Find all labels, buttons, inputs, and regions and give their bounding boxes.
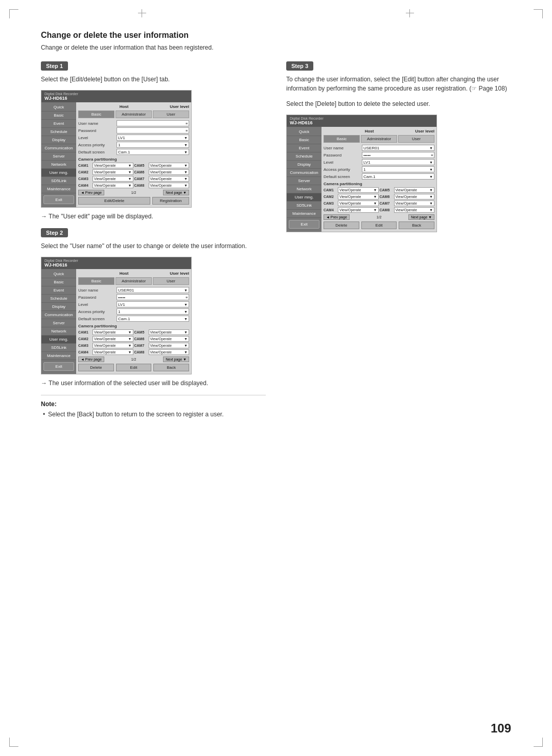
edit-btn-step3[interactable]: Edit (361, 221, 397, 229)
back-btn-step3[interactable]: Back (399, 221, 434, 229)
menu-event-s2[interactable]: Event (41, 286, 76, 295)
menu-communication-s3[interactable]: Communication (287, 169, 321, 177)
menu-usermng-s3[interactable]: User mng. (287, 193, 321, 202)
menu-sd5link-s3[interactable]: SD5Link (287, 202, 321, 210)
cam3-select[interactable]: View/Operate▼ (93, 176, 133, 182)
menu-maintenance-s2[interactable]: Maintenance (41, 352, 76, 360)
cam4-select[interactable]: View/Operate▼ (93, 183, 133, 188)
menu-server-s3[interactable]: Server (287, 177, 321, 185)
menu-display[interactable]: Display (41, 136, 76, 144)
cam5-select[interactable]: View/Operate▼ (149, 163, 190, 168)
edit-delete-btn[interactable]: Edit/Delete (78, 197, 150, 205)
registration-btn[interactable]: Registration (152, 197, 189, 205)
tab-admin-s2[interactable]: Administrator (116, 277, 152, 285)
prev-btn-step2[interactable]: ◄ Prev page (78, 357, 104, 362)
form-username-input[interactable]: ≡ (117, 120, 189, 126)
menu-quick[interactable]: Quick (41, 103, 76, 112)
tab-basic-s3[interactable]: Basic (324, 135, 360, 143)
menu-server[interactable]: Server (41, 152, 76, 161)
menu-event[interactable]: Event (41, 120, 76, 128)
prev-btn-step3[interactable]: ◄ Prev page (324, 214, 350, 220)
menu-basic-s3[interactable]: Basic (287, 136, 321, 144)
form-password-input[interactable]: ≡ (117, 127, 189, 134)
prev-btn-step1[interactable]: ◄ Prev page (78, 190, 104, 195)
menu-network-s3[interactable]: Network (287, 185, 321, 193)
cam4-select-s2[interactable]: View/Operate▼ (93, 349, 133, 355)
menu-network-s2[interactable]: Network (41, 327, 76, 336)
recorder-header-step1: Digital Disk Recorder WJ-HD616 (41, 91, 191, 102)
cam1-select-s2[interactable]: View/Operate▼ (93, 329, 133, 335)
menu-schedule-s2[interactable]: Schedule (41, 295, 76, 303)
menu-quick-s3[interactable]: Quick (287, 128, 321, 136)
form-username-select-s3[interactable]: USER01▼ (362, 145, 434, 151)
menu-maintenance[interactable]: Maintenance (41, 185, 76, 193)
form-default-select-s2[interactable]: Cam.1▼ (117, 316, 189, 322)
cam3-select-s3[interactable]: View/Operate▼ (338, 201, 379, 206)
tab-user-s3[interactable]: User (398, 135, 434, 143)
menu-exit-s2[interactable]: Exit (43, 362, 74, 371)
menu-schedule-s3[interactable]: Schedule (287, 152, 321, 161)
cam2-row: CAM2 View/Operate▼ (78, 169, 133, 175)
delete-btn-step2[interactable]: Delete (78, 364, 114, 371)
cam7-select-s2[interactable]: View/Operate▼ (149, 343, 190, 348)
edit-btn-step2[interactable]: Edit (116, 364, 152, 371)
cam6-select-s3[interactable]: View/Operate▼ (394, 194, 435, 199)
cam4-select-s3[interactable]: View/Operate▼ (338, 207, 379, 213)
delete-btn-step3[interactable]: Delete (324, 221, 359, 229)
cam5-select-s3[interactable]: View/Operate▼ (394, 187, 435, 193)
tab-admin-s3[interactable]: Administrator (361, 135, 397, 143)
menu-display-s2[interactable]: Display (41, 303, 76, 311)
cam8-select-s2[interactable]: View/Operate▼ (149, 349, 190, 355)
next-btn-step1[interactable]: Next page ▼ (163, 190, 189, 195)
cam2-select-s2[interactable]: View/Operate▼ (93, 336, 133, 342)
menu-exit-s3[interactable]: Exit (289, 220, 319, 229)
next-btn-step2[interactable]: Next page ▼ (163, 357, 189, 362)
menu-basic-s2[interactable]: Basic (41, 278, 76, 286)
tab-administrator[interactable]: Administrator (116, 110, 152, 118)
cam2-select-s3[interactable]: View/Operate▼ (338, 194, 379, 199)
cam6-select[interactable]: View/Operate▼ (149, 169, 190, 175)
menu-event-s3[interactable]: Event (287, 144, 321, 152)
cam7-select[interactable]: View/Operate▼ (149, 176, 190, 182)
form-default-select[interactable]: Cam.1▼ (117, 149, 189, 155)
form-level-select[interactable]: LV1▼ (117, 135, 189, 141)
tab-user[interactable]: User (153, 110, 189, 118)
cam8-select-s3[interactable]: View/Operate▼ (394, 207, 435, 213)
menu-exit[interactable]: Exit (43, 195, 74, 204)
back-btn-step2[interactable]: Back (153, 364, 189, 371)
cam5-select-s2[interactable]: View/Operate▼ (149, 329, 190, 335)
menu-display-s3[interactable]: Display (287, 161, 321, 169)
cam7-select-s3[interactable]: View/Operate▼ (394, 201, 435, 206)
form-password-input-s2[interactable]: •••••≡ (117, 294, 189, 300)
cam1-select[interactable]: View/Operate▼ (93, 163, 133, 168)
cam2-select[interactable]: View/Operate▼ (93, 169, 133, 175)
menu-server-s2[interactable]: Server (41, 319, 76, 327)
menu-schedule[interactable]: Schedule (41, 128, 76, 136)
cam8-select[interactable]: View/Operate▼ (149, 183, 190, 188)
next-btn-step3[interactable]: Next page ▼ (408, 214, 434, 220)
menu-sd5link-s2[interactable]: SD5Link (41, 344, 76, 352)
menu-communication[interactable]: Communication (41, 144, 76, 152)
tab-basic-s2[interactable]: Basic (78, 277, 114, 285)
tab-basic[interactable]: Basic (78, 110, 114, 118)
tab-user-s2[interactable]: User (153, 277, 189, 285)
menu-usermng-s2[interactable]: User mng. (41, 336, 76, 344)
menu-network[interactable]: Network (41, 161, 76, 169)
menu-usermng[interactable]: User mng. (41, 169, 76, 177)
form-username-select-s2[interactable]: USER01▼ (117, 287, 189, 293)
menu-sd5link[interactable]: SD5Link (41, 177, 76, 185)
form-default-select-s3[interactable]: Cam.1▼ (362, 173, 434, 180)
form-level-select-s2[interactable]: LV1▼ (117, 301, 189, 307)
form-access-select-s2[interactable]: 1▼ (117, 308, 189, 315)
cam3-select-s2[interactable]: View/Operate▼ (93, 343, 133, 348)
cam1-select-s3[interactable]: View/Operate▼ (338, 187, 379, 193)
form-password-input-s3[interactable]: •••••≡ (362, 152, 434, 158)
menu-quick-s2[interactable]: Quick (41, 270, 76, 278)
form-access-select-s3[interactable]: 1▼ (362, 166, 434, 172)
form-access-select[interactable]: 1▼ (117, 142, 189, 148)
menu-communication-s2[interactable]: Communication (41, 311, 76, 319)
cam6-select-s2[interactable]: View/Operate▼ (149, 336, 190, 342)
menu-maintenance-s3[interactable]: Maintenance (287, 210, 321, 218)
menu-basic[interactable]: Basic (41, 112, 76, 120)
form-level-select-s3[interactable]: LV1▼ (362, 159, 434, 165)
